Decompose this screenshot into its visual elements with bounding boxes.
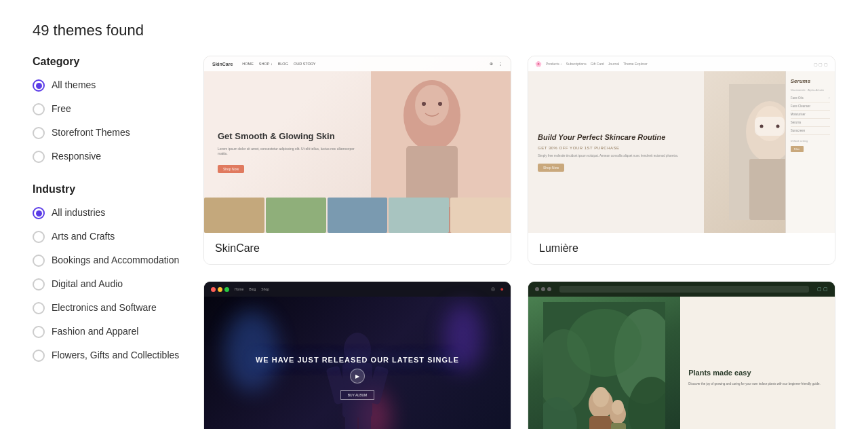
filter-storefront-themes[interactable]: Storefront Themes bbox=[33, 125, 182, 141]
svg-point-4 bbox=[422, 102, 426, 106]
lumiere-image-side: Serums Niacinamide · Alpha-Arbutin Face … bbox=[704, 71, 835, 233]
band-nav: Home Blog Shop ◎ ● bbox=[204, 282, 511, 297]
lumiere-footer: Lumière bbox=[528, 233, 835, 264]
filter-all-themes-label: All themes bbox=[52, 79, 96, 91]
filter-flowers-label: Flowers, Gifts and Collectibles bbox=[52, 349, 179, 361]
lumiere-headline: Build Your Perfect Skincare Routine bbox=[538, 132, 694, 143]
filter-responsive-label: Responsive bbox=[52, 150, 101, 162]
radio-arts-crafts bbox=[33, 231, 45, 243]
svg-rect-8 bbox=[749, 159, 790, 220]
svg-rect-18 bbox=[359, 414, 371, 429]
radio-free bbox=[33, 103, 45, 115]
theme-card-plants[interactable]: ▢ ▢ bbox=[528, 281, 835, 429]
filter-free[interactable]: Free bbox=[33, 101, 182, 117]
filter-flowers[interactable]: Flowers, Gifts and Collectibles bbox=[33, 348, 182, 363]
filter-electronics[interactable]: Electronics and Software bbox=[33, 300, 182, 316]
filter-fashion[interactable]: Fashion and Apparel bbox=[33, 324, 182, 339]
band-cta: BUY ALBUM bbox=[340, 390, 375, 400]
filter-all-industries[interactable]: All industries bbox=[33, 205, 182, 221]
theme-card-image-plants: ▢ ▢ bbox=[528, 282, 835, 429]
radio-fashion bbox=[33, 326, 45, 338]
skincare-headline: Get Smooth & Glowing Skin bbox=[218, 131, 357, 143]
radio-all-themes bbox=[33, 79, 45, 92]
svg-rect-26 bbox=[589, 416, 612, 429]
filter-electronics-label: Electronics and Software bbox=[52, 301, 157, 314]
filter-arts-crafts-label: Arts and Crafts bbox=[52, 230, 115, 242]
svg-point-30 bbox=[612, 400, 624, 415]
filter-storefront-label: Storefront Themes bbox=[52, 126, 130, 138]
plants-hero: Plants made easy Discover the joy of gro… bbox=[528, 297, 835, 429]
theme-card-image-band: Home Blog Shop ◎ ● bbox=[204, 282, 511, 429]
radio-responsive bbox=[33, 151, 45, 163]
skincare-products bbox=[204, 198, 511, 233]
filter-all-industries-label: All industries bbox=[52, 206, 105, 219]
svg-rect-10 bbox=[755, 117, 785, 136]
svg-point-3 bbox=[415, 85, 449, 126]
plants-image bbox=[528, 297, 680, 429]
lumiere-text-side: Build Your Perfect Skincare Routine GET … bbox=[528, 71, 704, 233]
plants-headline: Plants made easy bbox=[688, 368, 827, 377]
band-text: WE HAVE JUST RELEASED OUR LATEST SINGLE … bbox=[256, 355, 459, 400]
lumiere-cta: Shop Now bbox=[538, 164, 564, 172]
industry-section: Industry All industries Arts and Crafts … bbox=[33, 183, 182, 363]
svg-point-5 bbox=[438, 102, 442, 106]
radio-electronics bbox=[33, 302, 45, 314]
lumiere-sidebar-panel: Serums Niacinamide · Alpha-Arbutin Face … bbox=[785, 71, 835, 233]
filter-digital-audio-label: Digital and Audio bbox=[52, 278, 123, 290]
theme-card-band[interactable]: Home Blog Shop ◎ ● bbox=[203, 281, 511, 429]
band-hero: WE HAVE JUST RELEASED OUR LATEST SINGLE … bbox=[204, 297, 511, 429]
theme-card-lumiere[interactable]: 🌸 Products ↓ Subscriptions Gift Card Jou… bbox=[528, 56, 835, 265]
svg-rect-17 bbox=[345, 414, 357, 429]
themes-grid: SkinCare HOME SHOP ↓ BLOG OUR STORY ⊕ ⋮ bbox=[203, 56, 835, 429]
radio-digital-audio bbox=[33, 278, 45, 291]
radio-all-industries bbox=[33, 207, 45, 219]
filter-all-themes[interactable]: All themes bbox=[33, 77, 182, 93]
lumiere-discount: GET 30% OFF YOUR 1ST PURCHASE bbox=[538, 146, 694, 150]
category-section: Category All themes Free Storefront Them… bbox=[33, 56, 182, 164]
theme-card-image-lumiere: 🌸 Products ↓ Subscriptions Gift Card Jou… bbox=[528, 56, 835, 233]
plants-nav: ▢ ▢ bbox=[528, 282, 835, 297]
industry-title: Industry bbox=[33, 183, 182, 195]
filter-fashion-label: Fashion and Apparel bbox=[52, 325, 138, 337]
skincare-footer: SkinCare bbox=[204, 233, 511, 264]
themes-grid-area: SkinCare HOME SHOP ↓ BLOG OUR STORY ⊕ ⋮ bbox=[203, 56, 835, 429]
plants-text: Plants made easy Discover the joy of gro… bbox=[680, 297, 835, 429]
skincare-nav: SkinCare HOME SHOP ↓ BLOG OUR STORY ⊕ ⋮ bbox=[204, 56, 511, 71]
lumiere-nav: 🌸 Products ↓ Subscriptions Gift Card Jou… bbox=[528, 56, 835, 71]
theme-card-skincare[interactable]: SkinCare HOME SHOP ↓ BLOG OUR STORY ⊕ ⋮ bbox=[203, 56, 511, 265]
svg-point-11 bbox=[760, 125, 763, 128]
filter-free-label: Free bbox=[52, 102, 71, 115]
svg-point-22 bbox=[567, 309, 642, 377]
radio-bookings bbox=[33, 255, 45, 267]
results-count: 49 themes found bbox=[33, 22, 835, 39]
lumiere-name: Lumière bbox=[539, 242, 578, 254]
svg-point-12 bbox=[776, 125, 779, 128]
svg-point-27 bbox=[593, 387, 609, 407]
category-title: Category bbox=[33, 56, 182, 68]
skincare-name: SkinCare bbox=[215, 242, 260, 254]
filter-arts-crafts[interactable]: Arts and Crafts bbox=[33, 229, 182, 244]
radio-flowers bbox=[33, 350, 45, 362]
filter-responsive[interactable]: Responsive bbox=[33, 149, 182, 164]
svg-rect-29 bbox=[611, 423, 626, 429]
band-headline: WE HAVE JUST RELEASED OUR LATEST SINGLE bbox=[256, 355, 459, 365]
radio-storefront bbox=[33, 127, 45, 139]
band-play-icon: ▶ bbox=[350, 369, 365, 384]
filter-bookings[interactable]: Bookings and Accommodation bbox=[33, 253, 182, 268]
skincare-cta: Shop Now bbox=[218, 165, 244, 173]
sidebar: Category All themes Free Storefront Them… bbox=[33, 56, 182, 429]
filter-digital-audio[interactable]: Digital and Audio bbox=[33, 276, 182, 292]
filter-bookings-label: Bookings and Accommodation bbox=[52, 254, 179, 266]
theme-card-image-skincare: SkinCare HOME SHOP ↓ BLOG OUR STORY ⊕ ⋮ bbox=[204, 56, 511, 233]
